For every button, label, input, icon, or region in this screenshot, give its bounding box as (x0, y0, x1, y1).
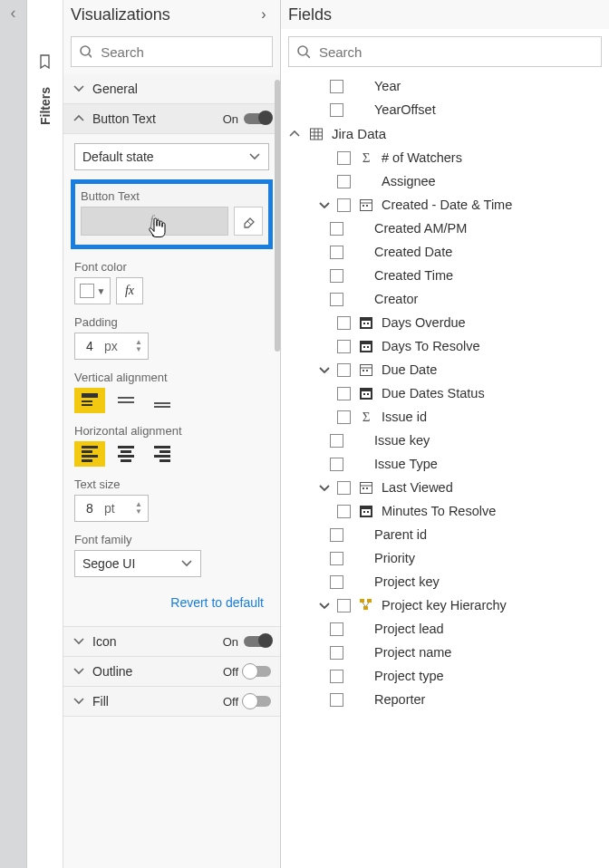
revert-to-default[interactable]: Revert to default (74, 588, 269, 617)
halign-right-button[interactable] (147, 441, 178, 467)
field-row[interactable]: Assignee (281, 169, 609, 193)
fill-section-header[interactable]: Fill Off (63, 687, 280, 717)
field-row[interactable]: Created Date (281, 240, 609, 264)
field-checkbox[interactable] (330, 434, 343, 448)
sigma-icon: Σ (358, 410, 374, 424)
calendar-dark-icon (358, 315, 374, 330)
caret-down-icon[interactable] (317, 481, 330, 494)
field-checkbox[interactable] (330, 575, 343, 589)
clear-button-text[interactable] (234, 207, 263, 236)
valign-top-button[interactable] (74, 388, 105, 413)
outline-section-header[interactable]: Outline Off (63, 657, 280, 687)
viz-search-input[interactable] (99, 43, 265, 61)
valign-middle-button[interactable] (111, 388, 141, 413)
state-select[interactable]: Default state (74, 143, 269, 170)
field-checkbox[interactable] (330, 552, 343, 565)
field-checkbox[interactable] (330, 458, 343, 471)
field-row[interactable]: Project lead (281, 617, 609, 641)
field-checkbox[interactable] (337, 481, 351, 495)
field-row[interactable]: Parent id (281, 523, 609, 546)
field-checkbox[interactable] (337, 198, 351, 212)
scrollbar[interactable] (275, 80, 280, 352)
calendar-icon (358, 198, 374, 212)
field-checkbox[interactable] (337, 363, 351, 377)
field-row[interactable]: Days To Resolve (281, 334, 609, 358)
field-checkbox[interactable] (337, 316, 351, 330)
field-checkbox[interactable] (337, 599, 351, 612)
outline-toggle[interactable] (244, 666, 271, 677)
field-row[interactable]: Priority (281, 546, 609, 570)
field-checkbox[interactable] (330, 622, 343, 636)
fill-toggle[interactable] (244, 696, 271, 707)
field-row[interactable]: Days Overdue (281, 311, 609, 334)
padding-spinner[interactable]: ▲▼ (135, 339, 142, 353)
text-size-input[interactable]: 8 pt ▲▼ (74, 495, 149, 522)
filters-collapsed-rail[interactable]: Filters (27, 0, 63, 868)
fields-search-box[interactable] (288, 36, 602, 67)
field-row[interactable]: Created AM/PM (281, 217, 609, 240)
field-row[interactable]: Creator (281, 287, 609, 311)
collapse-viz-icon[interactable]: › (255, 6, 273, 23)
field-checkbox[interactable] (330, 222, 343, 236)
field-row[interactable]: Minutes To Resolve (281, 499, 609, 523)
field-checkbox[interactable] (330, 293, 343, 306)
caret-down-icon[interactable] (317, 363, 330, 376)
fields-panel: Fields Year YearOffset Jira Data Σ # of … (281, 0, 609, 868)
halign-center-button[interactable] (111, 441, 141, 467)
field-checkbox[interactable] (337, 410, 351, 424)
button-text-fx-input[interactable]: fx (81, 207, 228, 236)
field-row[interactable]: Due Dates Status (281, 381, 609, 405)
halign-left-button[interactable] (74, 441, 105, 467)
field-row[interactable]: Project type (281, 664, 609, 688)
font-family-select[interactable]: Segoe UI (74, 550, 201, 577)
viz-search-box[interactable] (71, 36, 273, 67)
button-text-section-header[interactable]: Button Text On (63, 104, 280, 134)
field-checkbox[interactable] (330, 80, 343, 93)
field-row[interactable]: Created - Date & Time (281, 193, 609, 217)
field-checkbox[interactable] (330, 646, 343, 660)
chevron-up-icon[interactable] (288, 128, 301, 140)
field-row[interactable]: Issue Type (281, 452, 609, 476)
field-checkbox[interactable] (330, 528, 343, 542)
field-checkbox[interactable] (330, 670, 343, 683)
font-color-picker[interactable]: ▼ (74, 277, 111, 304)
field-label: Days Overdue (382, 315, 466, 330)
field-row[interactable]: Project key Hierarchy (281, 593, 609, 617)
field-label: YearOffset (374, 102, 436, 117)
field-row[interactable]: Σ # of Watchers (281, 146, 609, 169)
button-text-toggle[interactable] (244, 113, 271, 124)
field-checkbox[interactable] (330, 103, 343, 117)
field-row[interactable]: Created Time (281, 264, 609, 287)
text-size-spinner[interactable]: ▲▼ (135, 501, 142, 516)
field-checkbox[interactable] (330, 246, 343, 259)
valign-bottom-button[interactable] (147, 388, 178, 413)
field-label: Project type (374, 669, 444, 683)
caret-down-icon[interactable] (317, 599, 330, 612)
field-checkbox[interactable] (337, 505, 351, 518)
field-checkbox[interactable] (337, 175, 351, 188)
field-row[interactable]: Reporter (281, 688, 609, 711)
table-group-header[interactable]: Jira Data (281, 121, 609, 146)
field-row[interactable]: Σ Issue id (281, 405, 609, 429)
field-row[interactable]: Year (281, 74, 609, 98)
caret-down-icon[interactable] (317, 198, 330, 211)
icon-toggle[interactable] (244, 636, 271, 647)
field-checkbox[interactable] (330, 693, 343, 707)
field-checkbox[interactable] (337, 340, 351, 353)
field-row[interactable]: YearOffset (281, 98, 609, 121)
field-row[interactable]: Project name (281, 641, 609, 664)
field-checkbox[interactable] (330, 269, 343, 283)
field-row[interactable]: Issue key (281, 429, 609, 452)
padding-input[interactable]: 4 px ▲▼ (74, 333, 149, 360)
field-row[interactable]: Last Viewed (281, 476, 609, 499)
icon-section-header[interactable]: Icon On (63, 627, 280, 657)
field-checkbox[interactable] (337, 151, 351, 165)
field-row[interactable]: Due Date (281, 358, 609, 381)
general-section-header[interactable]: General (63, 74, 280, 104)
field-row[interactable]: Project key (281, 570, 609, 593)
field-checkbox[interactable] (337, 387, 351, 400)
hierarchy-icon (358, 598, 374, 612)
font-color-fx-button[interactable]: fx (116, 277, 143, 304)
chevron-left-icon[interactable]: ‹ (5, 4, 23, 23)
fields-search-input[interactable] (317, 43, 594, 61)
